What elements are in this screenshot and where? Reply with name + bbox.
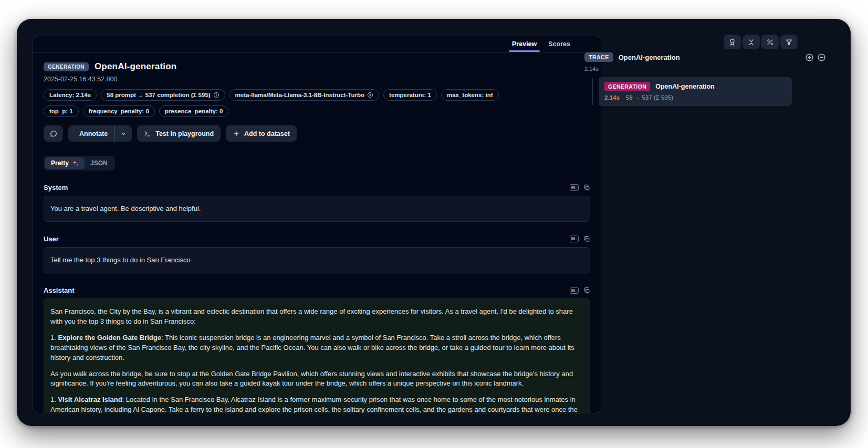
comment-button[interactable] [44, 125, 63, 142]
assistant-paragraph: San Francisco, the City by the Bay, is a… [50, 307, 583, 327]
trace-root-row[interactable]: TRACE OpenAI-generation [584, 52, 843, 62]
generation-node-tokens: 58 → 537 (Σ 595) [626, 94, 673, 101]
title-row: GENERATION OpenAI-generation [44, 61, 590, 72]
annotate-split-button: Annotate [68, 125, 132, 142]
collapse-button[interactable] [742, 35, 760, 49]
view-toggle: Pretty JSON [44, 156, 115, 170]
generation-node-latency: 2.14s [604, 94, 620, 101]
assistant-message-section: Assistant M↓ San Francisco, the City by … [44, 286, 590, 413]
terminal-icon [144, 130, 151, 137]
generation-badge: GENERATION [604, 82, 650, 91]
collapse-all-icon[interactable] [817, 53, 826, 62]
page-title: OpenAI-generation [95, 61, 176, 72]
chevron-down-icon [120, 131, 127, 137]
system-message-section: System M↓ You are a travel agent. Be des… [44, 184, 590, 222]
user-message-content: Tell me the top 3 things to do in San Fr… [44, 247, 590, 273]
chip-frequency-penalty[interactable]: frequency_penalty: 0 [83, 105, 155, 117]
app-window: Preview Scores GENERATION OpenAI-generat… [17, 19, 851, 426]
trace-badge: TRACE [584, 52, 613, 62]
trace-title: OpenAI-generation [619, 54, 680, 61]
add-to-dataset-button[interactable]: Add to dataset [226, 125, 297, 142]
markdown-toggle-icon[interactable]: M↓ [570, 287, 579, 294]
chat-bubble-icon [50, 130, 57, 137]
chip-max-tokens[interactable]: max_tokens: inf [441, 89, 499, 101]
markdown-toggle-icon[interactable]: M↓ [570, 236, 579, 242]
action-toolbar: Annotate Test in playground Add to data [44, 125, 590, 142]
funnel-icon [785, 38, 793, 46]
percent-view-button[interactable] [761, 35, 779, 49]
preview-tabbar: Preview Scores [33, 36, 601, 52]
fold-vertical-icon [747, 38, 755, 46]
trace-tree-panel: TRACE OpenAI-generation 2.14s GENERATION… [584, 52, 843, 106]
generation-type-badge: GENERATION [44, 62, 89, 71]
json-view-tab[interactable]: JSON [85, 157, 113, 169]
pretty-view-tab[interactable]: Pretty [45, 157, 85, 169]
annotate-award-button[interactable] [724, 35, 741, 49]
timestamp: 2025-02-25 16:43:52.800 [44, 76, 590, 83]
generation-node-title: OpenAI-generation [655, 83, 715, 90]
card-body: GENERATION OpenAI-generation 2025-02-25 … [33, 52, 601, 413]
trace-toolbar [724, 35, 798, 49]
circle-plus-icon [367, 92, 373, 98]
sparkles-icon [72, 160, 79, 167]
test-in-playground-button[interactable]: Test in playground [137, 125, 221, 142]
chip-token-usage[interactable]: 58 prompt → 537 completion (Σ 595) [101, 89, 225, 101]
award-icon [728, 38, 736, 46]
assistant-paragraph: 1. Visit Alcatraz Island: Located in the… [50, 395, 583, 413]
screen: Preview Scores GENERATION OpenAI-generat… [0, 0, 868, 448]
annotate-button[interactable]: Annotate [68, 125, 114, 142]
copy-icon[interactable] [583, 184, 590, 191]
trace-latency: 2.14s [584, 66, 843, 72]
assistant-message-content: San Francisco, the City by the Bay, is a… [44, 298, 590, 413]
assistant-label: Assistant [44, 286, 75, 294]
plus-icon [233, 130, 240, 137]
system-message-content: You are a travel agent. Be descriptive a… [44, 196, 590, 222]
chip-model[interactable]: meta-llama/Meta-Llama-3.1-8B-Instruct-Tu… [229, 89, 379, 101]
expand-all-icon[interactable] [805, 53, 814, 62]
filter-button[interactable] [780, 35, 798, 49]
markdown-toggle-icon[interactable]: M↓ [570, 184, 579, 191]
chip-top-p[interactable]: top_p: 1 [44, 105, 79, 117]
user-message-section: User M↓ Tell me the top 3 things to do i… [44, 235, 590, 273]
info-icon [213, 92, 219, 98]
tab-scores[interactable]: Scores [548, 36, 570, 52]
assistant-paragraph: 1. Explore the Golden Gate Bridge: This … [50, 333, 583, 363]
chip-latency[interactable]: Latency: 2.14s [44, 89, 97, 101]
copy-icon[interactable] [583, 236, 590, 242]
system-label: System [44, 184, 68, 191]
assistant-paragraph: As you walk across the bridge, be sure t… [50, 369, 583, 389]
percent-icon [766, 38, 774, 46]
tree-connector-line [592, 78, 593, 105]
chip-presence-penalty[interactable]: presence_penalty: 0 [159, 105, 229, 117]
chip-temperature[interactable]: temperature: 1 [383, 89, 437, 101]
copy-icon[interactable] [583, 287, 590, 294]
metadata-chips: Latency: 2.14s 58 prompt → 537 completio… [44, 89, 532, 117]
observation-preview-card: Preview Scores GENERATION OpenAI-generat… [33, 36, 601, 413]
tab-preview[interactable]: Preview [512, 36, 537, 52]
annotate-dropdown-button[interactable] [115, 125, 132, 142]
user-label: User [44, 235, 59, 243]
tree-controls [805, 53, 826, 62]
generation-tree-node[interactable]: GENERATION OpenAI-generation 2.14s 58 → … [599, 77, 792, 106]
trace-tree: GENERATION OpenAI-generation 2.14s 58 → … [584, 77, 843, 106]
